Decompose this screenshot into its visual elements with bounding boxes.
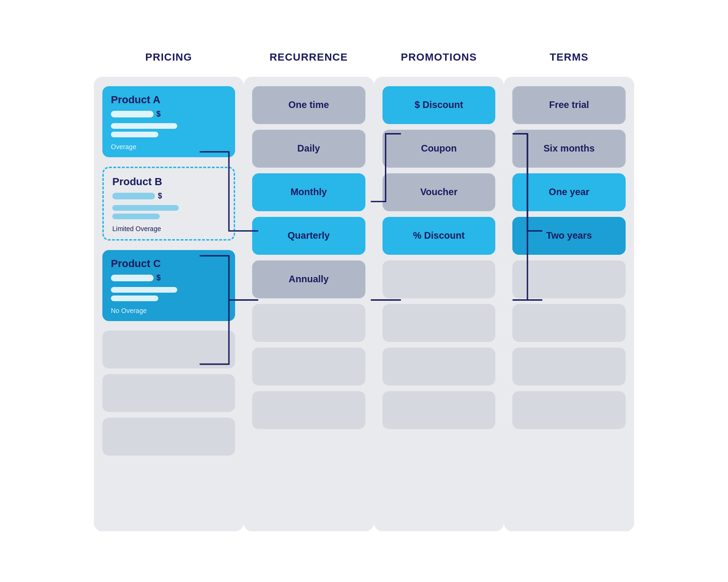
column-promotions: PROMOTIONS $ Discount Coupon Voucher % D… — [374, 51, 504, 531]
price-lines-c — [111, 287, 227, 301]
product-c-card[interactable]: Product C $ No Overage — [102, 250, 235, 321]
terms-item-1[interactable]: Six months — [512, 130, 626, 168]
price-line-b1 — [112, 205, 179, 211]
recurrence-item-0[interactable]: One time — [252, 86, 365, 124]
price-dollar-a: $ — [156, 110, 161, 118]
terms-item-2[interactable]: One year — [512, 173, 626, 211]
price-bar-a — [111, 111, 154, 117]
price-bar-c — [111, 275, 154, 281]
terms-item-6 — [512, 348, 626, 385]
pricing-body: Product A $ Overage Product B — [94, 77, 244, 531]
column-terms: TERMS Free trial Six months One year Two… — [504, 51, 634, 531]
product-a-price-row: $ — [111, 110, 227, 118]
recurrence-body: One time Daily Monthly Quarterly Annuall… — [244, 77, 374, 531]
product-b-price-row: $ — [112, 192, 225, 200]
diagram-wrapper: PRICING Product A $ Overage — [80, 32, 648, 550]
columns-row: PRICING Product A $ Overage — [94, 51, 634, 531]
pricing-spacer-2 — [102, 374, 235, 412]
product-a-title: Product A — [111, 94, 227, 106]
terms-item-3[interactable]: Two years — [512, 217, 626, 255]
terms-body: Free trial Six months One year Two years — [504, 77, 634, 531]
product-b-subtitle: Limited Overage — [112, 225, 225, 233]
pricing-header: PRICING — [146, 51, 192, 63]
price-bar-b — [112, 193, 155, 199]
price-line-a2 — [111, 132, 158, 137]
product-b-title: Product B — [112, 176, 225, 188]
product-b-card[interactable]: Product B $ Limited Overage — [102, 167, 235, 241]
promotions-item-5 — [382, 304, 496, 342]
pricing-spacer-3 — [102, 418, 235, 456]
recurrence-header: RECURRENCE — [270, 51, 348, 63]
recurrence-item-7 — [252, 391, 365, 429]
recurrence-item-4[interactable]: Annually — [252, 260, 365, 298]
promotions-item-0[interactable]: $ Discount — [382, 86, 496, 124]
terms-item-4 — [512, 260, 626, 298]
column-recurrence: RECURRENCE One time Daily Monthly Quarte… — [244, 51, 374, 531]
terms-item-0[interactable]: Free trial — [512, 86, 626, 124]
promotions-item-3[interactable]: % Discount — [382, 217, 496, 255]
product-c-title: Product C — [111, 258, 227, 270]
column-pricing: PRICING Product A $ Overage — [94, 51, 244, 531]
product-c-subtitle: No Overage — [111, 307, 227, 314]
price-lines-a — [111, 123, 227, 137]
recurrence-item-1[interactable]: Daily — [252, 130, 365, 168]
price-dollar-b: $ — [158, 192, 162, 200]
promotions-item-7 — [382, 391, 496, 429]
promotions-item-1[interactable]: Coupon — [382, 130, 496, 168]
pricing-spacer-1 — [102, 331, 235, 368]
promotions-item-6 — [382, 348, 496, 385]
promotions-header: PROMOTIONS — [401, 51, 477, 63]
product-a-subtitle: Overage — [111, 143, 227, 151]
product-a-card[interactable]: Product A $ Overage — [102, 86, 235, 157]
terms-item-7 — [512, 391, 626, 429]
product-c-price-row: $ — [111, 274, 227, 282]
promotions-item-2[interactable]: Voucher — [382, 173, 496, 211]
promotions-body: $ Discount Coupon Voucher % Discount — [374, 77, 504, 531]
price-dollar-c: $ — [156, 274, 161, 282]
price-line-c2 — [111, 295, 158, 301]
recurrence-item-5 — [252, 304, 365, 342]
price-line-a1 — [111, 123, 177, 129]
recurrence-item-3[interactable]: Quarterly — [252, 217, 365, 255]
terms-header: TERMS — [550, 51, 589, 63]
promotions-item-4 — [382, 260, 496, 298]
price-line-b2 — [112, 214, 160, 219]
terms-item-5 — [512, 304, 626, 342]
price-line-c1 — [111, 287, 177, 293]
recurrence-item-6 — [252, 348, 365, 385]
price-lines-b — [112, 205, 225, 219]
recurrence-item-2[interactable]: Monthly — [252, 173, 365, 211]
